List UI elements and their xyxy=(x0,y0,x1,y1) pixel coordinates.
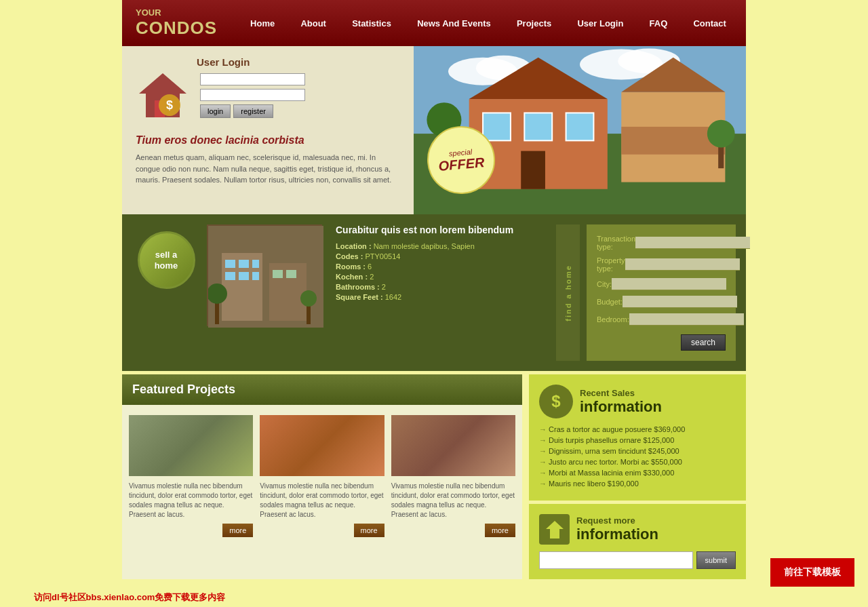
property-section: sell a home xyxy=(122,214,746,371)
property-type-input[interactable] xyxy=(625,258,740,271)
search-panel: Transaction type: Property type: City: B… xyxy=(587,224,736,361)
budget-input[interactable] xyxy=(623,296,737,308)
sell-badge: sell a home xyxy=(132,224,200,361)
svg-rect-32 xyxy=(252,272,259,280)
nav-item-projects[interactable]: Projects xyxy=(511,15,557,32)
right-sidebar: $ Recent Sales information → Cras a tort… xyxy=(529,374,746,579)
request-more-label: Request more xyxy=(576,515,658,526)
login-form: login register xyxy=(200,73,305,118)
sales-item: → Duis turpis phasellus ornare $125,000 xyxy=(539,436,736,444)
svg-rect-35 xyxy=(215,300,219,324)
hero-description: Aenean metus quam, aliquam nec, sceleris… xyxy=(136,152,400,186)
bedroom-label: Bedroom: xyxy=(597,315,629,324)
svg-rect-31 xyxy=(239,272,249,280)
recent-sales-info: information xyxy=(580,398,662,416)
bedroom-input[interactable] xyxy=(629,313,744,326)
more-button[interactable]: more xyxy=(222,524,253,537)
svg-rect-30 xyxy=(225,272,235,280)
password-input[interactable] xyxy=(200,89,305,101)
nav-item-contact[interactable]: Contact xyxy=(688,15,731,32)
svg-rect-14 xyxy=(524,113,552,140)
register-button[interactable]: register xyxy=(233,104,273,118)
svg-rect-33 xyxy=(273,270,283,278)
property-location: Location : Nam molestie dapibus, Sapien xyxy=(336,242,542,250)
submit-button[interactable]: submit xyxy=(696,551,736,569)
project-description: Vivamus molestie nulla nec bibendum tinc… xyxy=(391,482,515,520)
find-badge: find a home xyxy=(556,224,580,361)
property-bathrooms: Bathrooms : 2 xyxy=(336,283,542,291)
city-label: City: xyxy=(597,280,612,288)
hero-left: User Login $ login xyxy=(122,46,414,214)
sell-circle: sell a home xyxy=(138,231,195,289)
search-button[interactable]: search xyxy=(681,334,726,351)
project-image xyxy=(391,415,515,476)
logo-condos: CONDOS xyxy=(136,18,237,39)
nav-item-news[interactable]: News And Events xyxy=(412,15,496,32)
svg-rect-28 xyxy=(239,260,249,268)
svg-rect-34 xyxy=(286,270,296,278)
request-input[interactable] xyxy=(539,551,693,569)
nav-item-faq[interactable]: FAQ xyxy=(644,15,673,32)
svg-rect-13 xyxy=(483,113,511,140)
sales-item: → Dignissim, urna sem tincidunt $245,000 xyxy=(539,447,736,455)
navbar: YOUR CONDOS HomeAboutStatisticsNews And … xyxy=(122,0,746,46)
nav-item-about[interactable]: About xyxy=(295,15,332,32)
budget-label: Budget: xyxy=(597,298,623,306)
hero-section: User Login $ login xyxy=(122,46,746,214)
sales-item: → Cras a tortor ac augue posuere $369,00… xyxy=(539,425,736,433)
request-header: Request more information xyxy=(539,514,736,545)
hero-house-image: special OFFER xyxy=(414,46,746,214)
download-button[interactable]: 前往下载模板 xyxy=(770,558,854,579)
svg-rect-16 xyxy=(521,151,545,189)
logo: YOUR CONDOS xyxy=(129,7,237,39)
svg-rect-37 xyxy=(307,304,311,324)
featured-projects: Featured Projects Vivamus molestie nulla… xyxy=(122,374,522,579)
transaction-label: Transaction type: xyxy=(597,235,635,251)
search-transaction-row: Transaction type: xyxy=(597,235,726,251)
login-button[interactable]: login xyxy=(200,104,231,118)
projects-grid: Vivamus molestie nulla nec bibendum tinc… xyxy=(122,415,522,537)
nav-item-home[interactable]: Home xyxy=(245,15,280,32)
sales-item: → Justo arcu nec tortor. Morbi ac $550,0… xyxy=(539,458,736,466)
project-item: Vivamus molestie nulla nec bibendum tinc… xyxy=(260,415,384,537)
property-title: Curabitur quis est non lorem bibendum xyxy=(336,224,542,235)
svg-rect-29 xyxy=(252,260,259,268)
svg-text:$: $ xyxy=(166,98,173,112)
request-title: Request more information xyxy=(576,515,658,543)
city-input[interactable] xyxy=(612,278,726,290)
transaction-input[interactable] xyxy=(635,237,750,249)
dollar-sign: $ xyxy=(551,392,560,411)
property-sqft: Square Feet : 1642 xyxy=(336,293,542,301)
nav-item-user-login[interactable]: User Login xyxy=(572,15,629,32)
badge-offer: OFFER xyxy=(438,155,486,174)
property-image xyxy=(207,224,322,326)
request-info-text: information xyxy=(576,526,658,543)
request-info: Request more information submit xyxy=(529,504,746,579)
username-input[interactable] xyxy=(200,73,305,85)
featured-header: Featured Projects xyxy=(122,374,522,405)
property-kitchen: Kochen : 2 xyxy=(336,273,542,281)
property-details: Curabitur quis est non lorem bibendum Lo… xyxy=(329,224,549,361)
hero-right: special OFFER xyxy=(414,46,746,214)
more-button[interactable]: more xyxy=(485,524,515,537)
property-codes: Codes : PTY00514 xyxy=(336,252,542,260)
project-item: Vivamus molestie nulla nec bibendum tinc… xyxy=(129,415,253,537)
svg-rect-27 xyxy=(225,260,235,268)
svg-point-38 xyxy=(300,290,317,307)
bottom-section: Featured Projects Vivamus molestie nulla… xyxy=(122,374,746,579)
sell-text: sell a home xyxy=(155,250,178,271)
property-type-label: Property type: xyxy=(597,256,625,273)
logo-your: YOUR xyxy=(136,7,237,18)
search-bedroom-row: Bedroom: xyxy=(597,313,726,326)
search-property-type-row: Property type: xyxy=(597,256,726,273)
svg-rect-15 xyxy=(566,113,594,140)
more-button[interactable]: more xyxy=(354,524,384,537)
house-req-icon xyxy=(539,514,570,545)
project-description: Vivamus molestie nulla nec bibendum tinc… xyxy=(260,482,384,520)
svg-rect-40 xyxy=(552,532,557,539)
login-buttons: login register xyxy=(200,104,305,118)
sales-item: → Morbi at Massa lacinia enim $330,000 xyxy=(539,469,736,477)
user-login-title: User Login xyxy=(197,56,400,68)
sales-item: → Mauris nec libero $190,000 xyxy=(539,479,736,488)
nav-item-statistics[interactable]: Statistics xyxy=(347,15,397,32)
